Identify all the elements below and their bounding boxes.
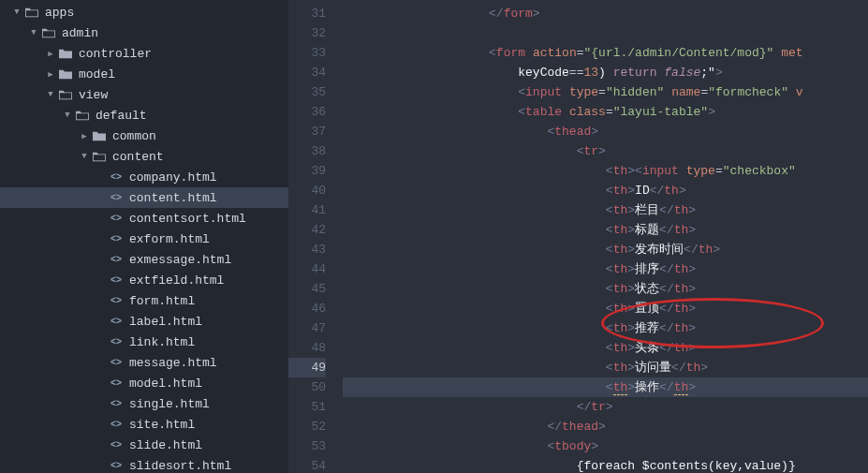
tree-file-single[interactable]: <> single.html	[0, 393, 288, 414]
line-number: 48	[288, 338, 326, 358]
code-line[interactable]: <th>排序</th>	[343, 259, 868, 279]
line-number: 41	[288, 200, 326, 220]
code-file-icon: <>	[109, 459, 124, 472]
tree-folder-admin[interactable]: ▼ admin	[0, 22, 288, 43]
chevron-right-icon: ▶	[45, 69, 56, 80]
tree-folder-content[interactable]: ▼ content	[0, 146, 288, 167]
tree-label: slidesort.html	[129, 459, 231, 473]
code-editor[interactable]: 31 32 33 34 35 36 37 38 39 40 41 42 43 4…	[288, 0, 868, 473]
folder-open-icon	[41, 27, 56, 38]
tree-file-model[interactable]: <> model.html	[0, 373, 288, 393]
tree-label: content.html	[129, 191, 217, 205]
line-number: 42	[288, 220, 326, 240]
code-file-icon: <>	[109, 315, 124, 328]
code-line[interactable]: </form>	[343, 4, 868, 23]
tree-file-exform[interactable]: <> exform.html	[0, 229, 288, 249]
chevron-down-icon: ▼	[79, 152, 90, 161]
chevron-down-icon: ▼	[62, 111, 73, 120]
code-line[interactable]: <th>置顶</th>	[343, 299, 868, 318]
tree-label: exform.html	[129, 232, 210, 246]
tree-file-label[interactable]: <> label.html	[0, 311, 288, 332]
code-line[interactable]: <th>发布时间</th>	[343, 240, 868, 259]
code-line[interactable]: <tbody>	[343, 436, 868, 456]
tree-file-message[interactable]: <> message.html	[0, 352, 288, 373]
tree-label: common	[112, 129, 156, 143]
tree-label: model.html	[129, 377, 202, 391]
line-number: 36	[288, 102, 326, 122]
code-line[interactable]: <th>标题</th>	[343, 220, 868, 240]
line-number: 54	[288, 456, 326, 473]
code-line[interactable]: <th>访问量</th>	[343, 358, 868, 377]
line-number: 32	[288, 23, 326, 43]
line-number: 33	[288, 43, 326, 63]
code-line[interactable]: <th>推荐</th>	[343, 318, 868, 338]
chevron-down-icon: ▼	[45, 90, 56, 99]
tree-file-content[interactable]: <> content.html	[0, 187, 288, 208]
tree-file-company[interactable]: <> company.html	[0, 167, 288, 187]
code-line[interactable]: <th>栏目</th>	[343, 200, 868, 220]
code-file-icon: <>	[109, 377, 124, 390]
code-line[interactable]: <th>状态</th>	[343, 279, 868, 299]
code-line[interactable]: keyCode==13) return false;">	[343, 63, 868, 82]
line-number: 45	[288, 279, 326, 299]
tree-folder-view[interactable]: ▼ view	[0, 84, 288, 105]
code-line[interactable]: <th>操作</th>	[343, 377, 868, 397]
line-number: 50	[288, 377, 326, 397]
tree-folder-apps[interactable]: ▼ apps	[0, 2, 288, 22]
folder-icon	[92, 130, 107, 141]
line-number: 39	[288, 161, 326, 181]
code-line[interactable]: <table class="layui-table">	[343, 102, 868, 122]
code-line[interactable]	[343, 23, 868, 43]
tree-label: contentsort.html	[129, 212, 246, 226]
code-file-icon: <>	[109, 232, 124, 245]
tree-file-slidesort[interactable]: <> slidesort.html	[0, 455, 288, 473]
file-tree[interactable]: ▼ apps ▼ admin ▶ controller ▶ model ▼ vi…	[0, 0, 288, 473]
tree-file-extfield[interactable]: <> extfield.html	[0, 270, 288, 290]
code-line[interactable]: <th>ID</th>	[343, 181, 868, 200]
tree-folder-default[interactable]: ▼ default	[0, 105, 288, 126]
tree-folder-common[interactable]: ▶ common	[0, 126, 288, 146]
code-content[interactable]: </form> <form action="{url./admin/Conten…	[343, 0, 868, 473]
code-line[interactable]: <th>头条</th>	[343, 338, 868, 358]
tree-label: exmessage.html	[129, 253, 231, 267]
tree-label: admin	[62, 26, 98, 40]
folder-open-icon	[24, 7, 39, 18]
tree-label: label.html	[129, 315, 202, 329]
tree-folder-controller[interactable]: ▶ controller	[0, 43, 288, 64]
code-file-icon: <>	[109, 170, 124, 184]
tree-file-contentsort[interactable]: <> contentsort.html	[0, 208, 288, 229]
code-file-icon: <>	[109, 191, 124, 204]
code-file-icon: <>	[109, 273, 124, 287]
tree-label: extfield.html	[129, 273, 224, 288]
tree-file-slide[interactable]: <> slide.html	[0, 435, 288, 455]
line-number: 35	[288, 82, 326, 102]
tree-label: message.html	[129, 356, 217, 370]
folder-open-icon	[75, 110, 90, 121]
line-number: 46	[288, 299, 326, 318]
code-file-icon: <>	[109, 356, 124, 369]
tree-label: default	[96, 109, 147, 123]
code-line[interactable]: <thead>	[343, 122, 868, 141]
tree-label: apps	[45, 6, 74, 20]
line-number: 38	[288, 141, 326, 161]
code-line[interactable]: </tr>	[343, 397, 868, 417]
tree-label: company.html	[129, 170, 217, 185]
code-line[interactable]: <input type="hidden" name="formcheck" v	[343, 82, 868, 102]
code-file-icon: <>	[109, 397, 124, 410]
code-line[interactable]: <tr>	[343, 141, 868, 161]
tree-folder-model[interactable]: ▶ model	[0, 64, 288, 84]
tree-file-exmessage[interactable]: <> exmessage.html	[0, 249, 288, 270]
line-number-gutter: 31 32 33 34 35 36 37 38 39 40 41 42 43 4…	[288, 0, 343, 473]
code-line[interactable]: <th><input type="checkbox"	[343, 161, 868, 181]
line-number: 34	[288, 63, 326, 82]
code-file-icon: <>	[109, 253, 124, 266]
chevron-down-icon: ▼	[11, 7, 22, 17]
code-line[interactable]: {foreach $contents(key,value)}	[343, 456, 868, 473]
tree-file-site[interactable]: <> site.html	[0, 414, 288, 435]
code-line[interactable]: <form action="{url./admin/Content/mod}" …	[343, 43, 868, 63]
tree-file-link[interactable]: <> link.html	[0, 332, 288, 352]
tree-file-form[interactable]: <> form.html	[0, 290, 288, 311]
folder-open-icon	[92, 151, 107, 162]
line-number: 44	[288, 259, 326, 279]
code-line[interactable]: </thead>	[343, 417, 868, 436]
